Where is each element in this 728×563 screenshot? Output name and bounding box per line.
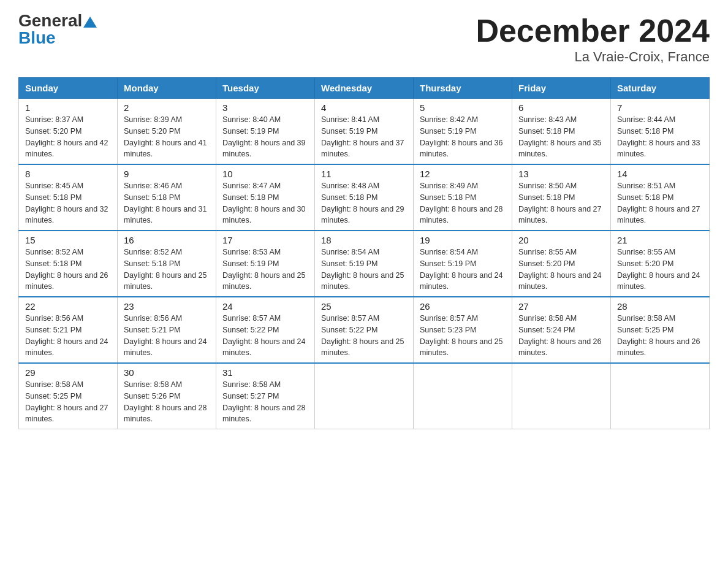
- day-info: Sunrise: 8:37 AMSunset: 5:20 PMDaylight:…: [25, 114, 111, 160]
- day-number: 31: [222, 367, 308, 378]
- week-row-3: 15Sunrise: 8:52 AMSunset: 5:18 PMDayligh…: [19, 231, 710, 297]
- calendar-table: SundayMondayTuesdayWednesdayThursdayFrid…: [18, 77, 710, 429]
- day-cell-9: 9Sunrise: 8:46 AMSunset: 5:18 PMDaylight…: [118, 164, 216, 231]
- day-cell-20: 20Sunrise: 8:55 AMSunset: 5:20 PMDayligh…: [512, 231, 611, 297]
- day-cell-4: 4Sunrise: 8:41 AMSunset: 5:19 PMDaylight…: [315, 99, 414, 165]
- day-cell-17: 17Sunrise: 8:53 AMSunset: 5:19 PMDayligh…: [216, 231, 315, 297]
- day-cell-15: 15Sunrise: 8:52 AMSunset: 5:18 PMDayligh…: [19, 231, 118, 297]
- day-cell-1: 1Sunrise: 8:37 AMSunset: 5:20 PMDaylight…: [19, 99, 118, 165]
- day-number: 6: [518, 102, 604, 113]
- day-info: Sunrise: 8:58 AMSunset: 5:27 PMDaylight:…: [222, 379, 308, 425]
- day-cell-11: 11Sunrise: 8:48 AMSunset: 5:18 PMDayligh…: [315, 164, 414, 231]
- day-number: 26: [420, 301, 506, 312]
- title-section: December 2024 La Vraie-Croix, France: [476, 12, 710, 65]
- day-cell-13: 13Sunrise: 8:50 AMSunset: 5:18 PMDayligh…: [512, 164, 611, 231]
- day-number: 27: [518, 301, 604, 312]
- location-title: La Vraie-Croix, France: [476, 49, 710, 65]
- day-number: 22: [25, 301, 111, 312]
- day-cell-23: 23Sunrise: 8:56 AMSunset: 5:21 PMDayligh…: [118, 297, 216, 363]
- day-info: Sunrise: 8:57 AMSunset: 5:22 PMDaylight:…: [321, 313, 407, 359]
- weekday-header-tuesday: Tuesday: [216, 78, 315, 99]
- day-info: Sunrise: 8:54 AMSunset: 5:19 PMDaylight:…: [420, 247, 506, 293]
- day-info: Sunrise: 8:53 AMSunset: 5:19 PMDaylight:…: [222, 247, 308, 293]
- day-number: 18: [321, 235, 407, 245]
- day-number: 19: [420, 235, 506, 245]
- empty-cell: [611, 363, 710, 429]
- day-info: Sunrise: 8:48 AMSunset: 5:18 PMDaylight:…: [321, 180, 407, 226]
- day-info: Sunrise: 8:56 AMSunset: 5:21 PMDaylight:…: [124, 313, 210, 359]
- day-info: Sunrise: 8:58 AMSunset: 5:25 PMDaylight:…: [25, 379, 111, 425]
- day-cell-24: 24Sunrise: 8:57 AMSunset: 5:22 PMDayligh…: [216, 297, 315, 363]
- day-cell-7: 7Sunrise: 8:44 AMSunset: 5:18 PMDaylight…: [611, 99, 710, 165]
- day-info: Sunrise: 8:40 AMSunset: 5:19 PMDaylight:…: [222, 114, 308, 160]
- day-number: 10: [222, 169, 308, 179]
- day-number: 23: [124, 301, 210, 312]
- day-cell-6: 6Sunrise: 8:43 AMSunset: 5:18 PMDaylight…: [512, 99, 611, 165]
- svg-marker-0: [83, 17, 97, 28]
- day-info: Sunrise: 8:47 AMSunset: 5:18 PMDaylight:…: [222, 180, 308, 226]
- day-info: Sunrise: 8:49 AMSunset: 5:18 PMDaylight:…: [420, 180, 506, 226]
- day-info: Sunrise: 8:50 AMSunset: 5:18 PMDaylight:…: [518, 180, 604, 226]
- day-number: 16: [124, 235, 210, 245]
- day-info: Sunrise: 8:52 AMSunset: 5:18 PMDaylight:…: [25, 247, 111, 293]
- empty-cell: [414, 363, 512, 429]
- week-row-1: 1Sunrise: 8:37 AMSunset: 5:20 PMDaylight…: [19, 99, 710, 165]
- week-row-4: 22Sunrise: 8:56 AMSunset: 5:21 PMDayligh…: [19, 297, 710, 363]
- day-info: Sunrise: 8:39 AMSunset: 5:20 PMDaylight:…: [124, 114, 210, 160]
- day-cell-28: 28Sunrise: 8:58 AMSunset: 5:25 PMDayligh…: [611, 297, 710, 363]
- month-title: December 2024: [476, 12, 710, 49]
- day-cell-31: 31Sunrise: 8:58 AMSunset: 5:27 PMDayligh…: [216, 363, 315, 429]
- day-info: Sunrise: 8:55 AMSunset: 5:20 PMDaylight:…: [518, 247, 604, 293]
- day-number: 20: [518, 235, 604, 245]
- day-number: 7: [617, 102, 703, 113]
- day-number: 4: [321, 102, 407, 113]
- day-info: Sunrise: 8:58 AMSunset: 5:26 PMDaylight:…: [124, 379, 210, 425]
- page-header: General Blue December 2024 La Vraie-Croi…: [18, 12, 710, 65]
- day-number: 8: [25, 169, 111, 179]
- day-info: Sunrise: 8:56 AMSunset: 5:21 PMDaylight:…: [25, 313, 111, 359]
- day-number: 11: [321, 169, 407, 179]
- day-number: 30: [124, 367, 210, 378]
- day-cell-19: 19Sunrise: 8:54 AMSunset: 5:19 PMDayligh…: [414, 231, 512, 297]
- weekday-header-friday: Friday: [512, 78, 611, 99]
- weekday-header-thursday: Thursday: [414, 78, 512, 99]
- day-number: 13: [518, 169, 604, 179]
- day-cell-30: 30Sunrise: 8:58 AMSunset: 5:26 PMDayligh…: [118, 363, 216, 429]
- week-row-2: 8Sunrise: 8:45 AMSunset: 5:18 PMDaylight…: [19, 164, 710, 231]
- day-cell-8: 8Sunrise: 8:45 AMSunset: 5:18 PMDaylight…: [19, 164, 118, 231]
- day-number: 9: [124, 169, 210, 179]
- day-info: Sunrise: 8:41 AMSunset: 5:19 PMDaylight:…: [321, 114, 407, 160]
- day-number: 15: [25, 235, 111, 245]
- day-cell-2: 2Sunrise: 8:39 AMSunset: 5:20 PMDaylight…: [118, 99, 216, 165]
- logo: General Blue: [18, 12, 97, 47]
- day-info: Sunrise: 8:44 AMSunset: 5:18 PMDaylight:…: [617, 114, 703, 160]
- day-info: Sunrise: 8:52 AMSunset: 5:18 PMDaylight:…: [124, 247, 210, 293]
- day-info: Sunrise: 8:51 AMSunset: 5:18 PMDaylight:…: [617, 180, 703, 226]
- day-info: Sunrise: 8:58 AMSunset: 5:24 PMDaylight:…: [518, 313, 604, 359]
- weekday-header-monday: Monday: [118, 78, 216, 99]
- day-number: 14: [617, 169, 703, 179]
- day-info: Sunrise: 8:46 AMSunset: 5:18 PMDaylight:…: [124, 180, 210, 226]
- day-cell-16: 16Sunrise: 8:52 AMSunset: 5:18 PMDayligh…: [118, 231, 216, 297]
- weekday-header-wednesday: Wednesday: [315, 78, 414, 99]
- day-cell-14: 14Sunrise: 8:51 AMSunset: 5:18 PMDayligh…: [611, 164, 710, 231]
- day-cell-12: 12Sunrise: 8:49 AMSunset: 5:18 PMDayligh…: [414, 164, 512, 231]
- day-info: Sunrise: 8:58 AMSunset: 5:25 PMDaylight:…: [617, 313, 703, 359]
- day-number: 1: [25, 102, 111, 113]
- week-row-5: 29Sunrise: 8:58 AMSunset: 5:25 PMDayligh…: [19, 363, 710, 429]
- day-cell-22: 22Sunrise: 8:56 AMSunset: 5:21 PMDayligh…: [19, 297, 118, 363]
- day-cell-5: 5Sunrise: 8:42 AMSunset: 5:19 PMDaylight…: [414, 99, 512, 165]
- day-cell-21: 21Sunrise: 8:55 AMSunset: 5:20 PMDayligh…: [611, 231, 710, 297]
- day-number: 3: [222, 102, 308, 113]
- logo-blue-text: Blue: [18, 29, 82, 47]
- day-number: 21: [617, 235, 703, 245]
- day-info: Sunrise: 8:45 AMSunset: 5:18 PMDaylight:…: [25, 180, 111, 226]
- logo-triangle-icon: [83, 15, 97, 31]
- day-number: 28: [617, 301, 703, 312]
- day-number: 29: [25, 367, 111, 378]
- day-cell-18: 18Sunrise: 8:54 AMSunset: 5:19 PMDayligh…: [315, 231, 414, 297]
- day-cell-26: 26Sunrise: 8:57 AMSunset: 5:23 PMDayligh…: [414, 297, 512, 363]
- weekday-header-row: SundayMondayTuesdayWednesdayThursdayFrid…: [19, 78, 710, 99]
- day-number: 17: [222, 235, 308, 245]
- day-info: Sunrise: 8:54 AMSunset: 5:19 PMDaylight:…: [321, 247, 407, 293]
